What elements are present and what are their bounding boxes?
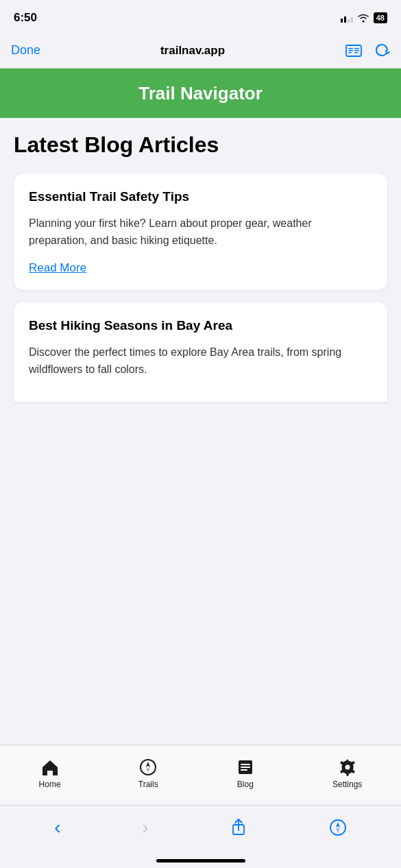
svg-rect-5 — [348, 48, 353, 49]
home-icon — [40, 758, 60, 777]
gear-icon — [338, 758, 357, 777]
forward-button[interactable]: › — [142, 817, 148, 839]
svg-point-20 — [345, 764, 350, 769]
home-indicator — [156, 859, 245, 863]
wifi-icon — [357, 13, 369, 23]
article-title-1: Essential Trail Safety Tips — [29, 189, 372, 206]
browser-bar: Done trailnav.app — [0, 33, 401, 69]
svg-rect-6 — [348, 50, 353, 51]
app-header-title: Trail Navigator — [138, 83, 263, 104]
browser-bottom-bar: ‹ › — [0, 805, 401, 849]
nav-item-settings[interactable]: Settings — [332, 758, 362, 789]
share-icon[interactable] — [230, 818, 247, 837]
svg-rect-0 — [341, 19, 343, 23]
svg-rect-9 — [354, 50, 359, 51]
read-more-link-1[interactable]: Read More — [29, 261, 86, 274]
svg-rect-8 — [354, 48, 359, 49]
nav-item-trails[interactable]: Trails — [138, 758, 158, 789]
article-title-2: Best Hiking Seasons in Bay Area — [29, 317, 372, 335]
nav-label-blog: Blog — [237, 780, 254, 789]
article-card-1: Essential Trail Safety Tips Planning you… — [14, 173, 387, 290]
main-content: Latest Blog Articles Essential Trail Saf… — [0, 118, 401, 402]
app-header: Trail Navigator — [0, 69, 401, 118]
signal-icon — [341, 13, 353, 23]
svg-rect-17 — [241, 767, 250, 768]
battery-icon: 48 — [374, 12, 387, 23]
bottom-nav: Home Trails Blog Settings — [0, 745, 401, 799]
svg-rect-16 — [241, 764, 250, 765]
nav-label-settings: Settings — [332, 780, 362, 789]
reader-icon[interactable] — [345, 43, 363, 58]
svg-rect-3 — [351, 17, 353, 23]
status-bar: 6:50 48 — [0, 0, 401, 33]
nav-label-trails: Trails — [138, 780, 158, 789]
done-button[interactable]: Done — [11, 43, 40, 58]
browser-actions — [345, 43, 390, 59]
page-title: Latest Blog Articles — [14, 133, 387, 157]
svg-rect-7 — [348, 52, 352, 53]
nav-item-home[interactable]: Home — [39, 758, 61, 789]
browser-url: trailnav.app — [160, 44, 225, 58]
svg-rect-10 — [354, 52, 358, 53]
svg-rect-1 — [344, 16, 346, 23]
back-button[interactable]: ‹ — [54, 817, 60, 839]
compass-icon — [138, 758, 158, 777]
svg-rect-2 — [348, 19, 350, 23]
status-icons: 48 — [341, 12, 387, 23]
svg-marker-24 — [336, 822, 340, 828]
svg-rect-18 — [241, 769, 247, 771]
article-excerpt-1: Planning your first hike? Learn about pr… — [29, 215, 372, 250]
refresh-icon[interactable] — [374, 43, 390, 59]
article-card-2: Best Hiking Seasons in Bay Area Discover… — [14, 302, 387, 401]
article-excerpt-2: Discover the perfect times to explore Ba… — [29, 344, 372, 378]
browser-compass-icon[interactable] — [329, 819, 347, 836]
status-time: 6:50 — [14, 11, 37, 25]
blog-icon — [236, 758, 255, 777]
nav-label-home: Home — [39, 780, 61, 789]
svg-marker-25 — [336, 828, 340, 833]
nav-item-blog[interactable]: Blog — [236, 758, 255, 789]
